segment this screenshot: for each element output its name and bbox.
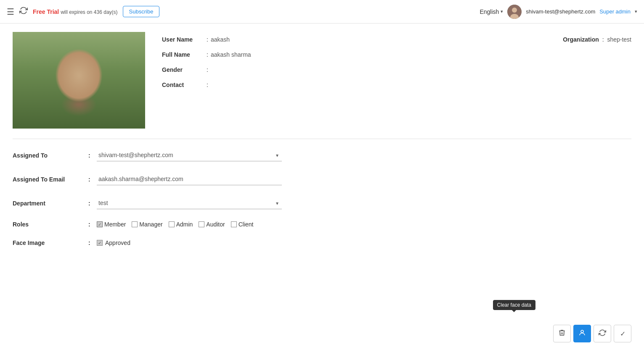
role-manager[interactable]: Manager: [132, 221, 162, 228]
language-label: English: [480, 8, 499, 15]
user-menu-chevron-icon[interactable]: ▾: [635, 9, 637, 14]
role-auditor[interactable]: Auditor: [199, 221, 225, 228]
role-auditor-label: Auditor: [206, 221, 225, 228]
role-client-checkbox[interactable]: [231, 221, 237, 227]
profile-photo: [13, 32, 145, 129]
role-manager-label: Manager: [139, 221, 162, 228]
gender-row: Gender :: [162, 66, 631, 73]
role-member[interactable]: Member: [97, 221, 126, 228]
subscribe-button[interactable]: Subscribe: [123, 6, 160, 17]
free-trial-text: Free Trial will expires on 436 day(s): [33, 8, 118, 15]
face-approved-label: Approved: [105, 239, 130, 246]
face-image-display: [13, 32, 145, 129]
username-label: User Name: [162, 36, 204, 43]
organization-colon: :: [602, 36, 606, 43]
profile-section: User Name : aakash Full Name : aakash sh…: [13, 32, 631, 139]
gender-colon: :: [207, 66, 208, 73]
role-admin-checkbox[interactable]: [169, 221, 175, 227]
role-client[interactable]: Client: [231, 221, 254, 228]
assigned-to-email-input[interactable]: [97, 173, 282, 185]
roles-wrapper: Member Manager Admin Auditor: [97, 221, 282, 228]
assigned-to-row: Assigned To : shivam-test@shephertz.com …: [13, 149, 631, 161]
profile-info: User Name : aakash Full Name : aakash sh…: [162, 32, 631, 129]
assigned-to-email-label: Assigned To Email: [13, 176, 88, 183]
form-section: Assigned To : shivam-test@shephertz.com …: [13, 149, 631, 246]
user-email: shivam-test@shephertz.com: [526, 8, 595, 15]
assigned-to-colon: :: [88, 152, 97, 159]
face-image-approved-wrap: Approved: [97, 239, 282, 246]
role-admin[interactable]: Admin: [169, 221, 193, 228]
username-colon: :: [207, 36, 208, 43]
department-row: Department : test ▾: [13, 197, 631, 209]
roles-list: Member Manager Admin Auditor: [97, 221, 282, 228]
roles-label: Roles: [13, 221, 88, 228]
fullname-row: Full Name : aakash sharma: [162, 51, 631, 58]
contact-row: Contact :: [162, 82, 631, 88]
fullname-colon: :: [207, 51, 208, 58]
face-image-row: Face Image : Approved: [13, 239, 631, 246]
role-auditor-checkbox[interactable]: [199, 221, 204, 227]
face-image-wrapper: Approved: [97, 239, 282, 246]
top-navigation: ☰ Free Trial will expires on 436 day(s) …: [0, 0, 644, 24]
refresh-icon[interactable]: [19, 6, 28, 17]
role-client-label: Client: [239, 221, 254, 228]
contact-label: Contact: [162, 82, 204, 88]
role-member-label: Member: [104, 221, 126, 228]
department-colon: :: [88, 200, 97, 207]
assigned-to-email-row: Assigned To Email :: [13, 173, 631, 185]
language-selector[interactable]: English ▾: [480, 8, 503, 15]
organization-section: Organization : shep-test: [563, 36, 631, 43]
assigned-to-email-wrapper: [97, 173, 282, 185]
contact-colon: :: [207, 82, 208, 88]
organization-label: Organization: [563, 36, 599, 43]
main-content: User Name : aakash Full Name : aakash sh…: [0, 24, 644, 266]
fullname-value: aakash sharma: [211, 51, 251, 58]
username-row: User Name : aakash: [162, 36, 631, 43]
face-approved-checkbox[interactable]: [97, 240, 103, 246]
department-label: Department: [13, 200, 88, 207]
role-admin-label: Admin: [176, 221, 193, 228]
user-avatar: [507, 5, 522, 19]
department-select[interactable]: test: [97, 197, 282, 209]
role-manager-checkbox[interactable]: [132, 221, 138, 227]
topnav-left: ☰ Free Trial will expires on 436 day(s) …: [7, 6, 159, 17]
assigned-to-select[interactable]: shivam-test@shephertz.com: [97, 149, 282, 161]
assigned-to-label: Assigned To: [13, 152, 88, 159]
language-chevron-icon: ▾: [501, 9, 503, 14]
username-value: aakash: [211, 36, 230, 43]
gender-label: Gender: [162, 66, 204, 73]
face-image-colon: :: [88, 239, 97, 246]
svg-point-1: [512, 8, 517, 13]
department-wrapper: test ▾: [97, 197, 282, 209]
face-image-label: Face Image: [13, 239, 88, 246]
assigned-to-email-colon: :: [88, 176, 97, 183]
organization-value: shep-test: [607, 36, 631, 43]
menu-icon[interactable]: ☰: [7, 7, 14, 17]
topnav-right: English ▾ shivam-test@shephertz.com Supe…: [480, 5, 637, 19]
fullname-label: Full Name: [162, 51, 204, 58]
roles-row: Roles : Member Manager Admin: [13, 221, 631, 228]
super-admin-badge: Super admin: [599, 8, 631, 15]
assigned-to-wrapper: shivam-test@shephertz.com ▾: [97, 149, 282, 161]
roles-colon: :: [88, 221, 97, 228]
role-member-checkbox[interactable]: [97, 221, 103, 227]
